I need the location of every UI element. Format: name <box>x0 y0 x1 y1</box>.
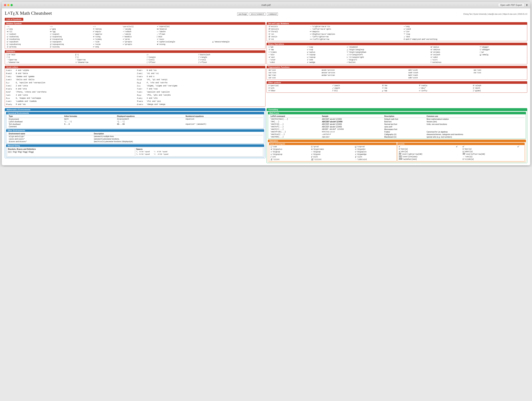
share-icon[interactable]: ⬆ <box>526 4 528 6</box>
table-row: · \cdot ∧ \wedge • \bullet \ \setminus <box>268 61 526 64</box>
operators-body: Sums and Integrals ∑ \sum ∏ \prod ∐ \cop… <box>268 142 526 162</box>
formatting-section: Formatting Math Fonts LaTeX command <box>266 108 527 163</box>
manual-sizing-body: Brackets, Braces and Delimiters (((( ( \… <box>6 147 264 157</box>
table-row: Environment name Description <box>7 132 263 135</box>
table-row: ± \pm ∩ \cap ◇ \diamond ⊕ \oplus † \dagg… <box>268 46 526 48</box>
table-row: ∑ \sum ∏ \prod ∐ \coprod <box>270 145 396 148</box>
document-content: LATEX Math Cheatsheet package environmen… <box>2 8 530 165</box>
table-row: ⊑ \sqsubseteq ⊒ \sqsupseteq ≁ \nsim ∝ \p… <box>6 43 264 46</box>
trig-body: sin \sin arcsin \arcsin sinh \sinh sec \… <box>267 68 527 80</box>
canonical-envs-section: Canonical Environments Type Inline formu… <box>6 112 264 129</box>
math-envs-body: Canonical Environments Type Inline formu… <box>5 111 265 158</box>
trig-section: Trigonometric Functions sin \sin arcsin … <box>266 66 527 80</box>
doc-commands: package environment command <box>237 12 278 16</box>
math-fonts-header: Math Fonts <box>268 112 526 114</box>
sums-table: ∑ \sum ∏ \prod ∐ \coprod ⊕ \bigoplus ⊗ \… <box>270 145 396 161</box>
table-row: Φ,φ,φ\Phi, \phi and \varphi <box>137 94 264 97</box>
table-row: LaTeX shorthand \(...\) \[...\] <box>7 120 263 123</box>
table-row: â \hat{a} ā \bar{a} <box>398 148 524 150</box>
table-row: ⊆ \subseteq ⊇ \supseteq ≅ \cong ⊧ \model… <box>6 36 264 38</box>
math-envs-header: Mathematics Environments <box>5 108 265 111</box>
relation-symbols-body: < < > > = = \parallel ∥ ≁ \nparallel ≤ \… <box>5 25 265 49</box>
table-row: ∓ \mp ∪ \cup △ \bigtriangleup ⊖ \ominus … <box>268 48 526 51</box>
table-row: ⊄ \nsubseteq ⊅ \nsupseteq ≃ \simeq ≺ \pr… <box>6 38 264 41</box>
table-row: LaTeX command Sample Description Common … <box>269 115 525 118</box>
list-of-symbols-label: List of Symbols <box>5 18 527 21</box>
table-row: A and αA and \alpha <box>6 69 133 72</box>
table-row: Δ and δ\Delta and \delta <box>6 78 133 81</box>
table-row: Υ and υ\Upsilon and \upsilon <box>137 91 264 94</box>
doc-title: LATEX Math Cheatsheet <box>5 11 52 16</box>
table-row: \; 5/18 \quad \! -3/18 \quad <box>136 153 262 156</box>
table-row: ∋ \ni ⟺ \Leftrightarrow ∅ and ∅ \emptyse… <box>268 38 526 41</box>
manual-sizing-section: Manual Sizing Brackets, Braces and Delim… <box>6 144 264 157</box>
table-row: TeX shorthand $...$ $$...$$ equation* (a… <box>7 123 263 125</box>
table-row: B and βB and \beta <box>6 72 133 75</box>
math-envs-section: Mathematics Environments Canonical Envir… <box>5 108 266 158</box>
doc-author: Cheng Tan | Kyoto University | etan@c-ta… <box>463 13 527 15</box>
table-row: T and τT and \tau <box>137 87 264 91</box>
window: math.pdf Open with PDF Expert ⬆ LATEX Ma… <box>2 2 530 165</box>
relation-symbols-section: Relation Symbols < < > > = = \parallel ∥… <box>5 22 266 49</box>
table-row: Γ and γ\Gamma and \gamma <box>6 75 133 78</box>
maximize-button[interactable] <box>11 4 13 6</box>
table-row: ℏ \hbar ℓ \ell ℘ \wp ∞ \infty ℷ \gimel <box>268 89 526 92</box>
table-row: align and align* (amsmath) multiple line… <box>7 135 263 138</box>
command-cmd: command <box>267 12 278 16</box>
table-row: ⊕ \bigoplus ⊗ \bigotimes ⊙ \bigodot <box>270 148 396 150</box>
canonical-envs-body: Type Inline formulas Displayed equations… <box>6 114 264 128</box>
formatting-body: Math Fonts LaTeX command Sample Descript… <box>267 111 527 163</box>
accents-header: Accents <box>398 143 525 145</box>
other-envs-section: Other Environments Environment name Desc… <box>6 129 264 144</box>
table-row: H and ηH and \eta <box>6 87 133 91</box>
delimiters-header: Delimiters <box>5 50 265 53</box>
brackets-body: (((( ( \big( \Big( \bigg( \Bigg( <box>8 150 134 153</box>
relation-symbols-header: Relation Symbols <box>5 22 265 25</box>
table-row: \bm{...} ABCDEF abcdef 123456 Bold font … <box>269 120 525 123</box>
table-row: Ψ and ψ\Psi and \psi <box>137 100 264 103</box>
table-row: cos \cos arccos \arccos cosh \cosh csc \… <box>268 71 526 74</box>
table-row: K,κ,κK, \kappa and \varkappa <box>6 97 133 100</box>
table-row: ⋆ \star ∨ \vee ○ \bigcirc ∘ \circ <box>268 59 526 61</box>
table-row: ∗ \ast ⊔ \sqcup ▷ \triangleright ⊙ \odot <box>268 56 526 59</box>
table-row: ⊂ \subset ⊃ \supset ≈ \approx ⌣ \smile ⌢… <box>6 33 264 36</box>
table-row: ð \eth ȷ \jmath ℑ \Im □ \Box* ℶ \beth <box>268 87 526 89</box>
open-with-button[interactable]: Open with PDF Expert <box>498 3 524 7</box>
table-row: P,ρ,ϱP, \rho and \varrho <box>137 81 264 84</box>
table-row: ∀ \forall ↦ \mapsto ∨ \lor <box>268 30 526 33</box>
greek-col-right: N and νN and \nu Ξ and ξ\Xi and \xi O an… <box>137 69 264 106</box>
relation-table: < < > > = = \parallel ∥ ≁ \nparallel ≤ \… <box>6 25 264 48</box>
table-row: ≪ \ll ≫ \gg ≡ \equiv ⊣ \vdash — \dashv <box>6 30 264 33</box>
minimize-button[interactable] <box>7 4 9 6</box>
binary-ops-section: Binary Operations ± \pm ∩ \cap ◇ \diamon… <box>266 43 527 64</box>
table-row: Type Inline formulas Displayed equations… <box>7 115 263 118</box>
doc-header: LATEX Math Cheatsheet package environmen… <box>5 11 527 16</box>
manual-sizing-header: Manual Sizing <box>6 144 264 147</box>
accents-table: a' a' a'' a'' â \hat{a} ā <box>398 145 524 160</box>
greek-letters-body: A and αA and \alpha B and βB and \beta Γ… <box>5 68 265 106</box>
table-row: { \{ } \} ⟨ \langle ⟩ \rangle <box>6 56 264 59</box>
binary-ops-body: ± \pm ∩ \cap ◇ \diamond ⊕ \oplus † \dagg… <box>267 45 527 64</box>
table-row: | | or \mid ‖ \| / / \ \backslash <box>6 53 264 56</box>
table-row: ∄ \nexists ← \leftarrow or \gets ∧ \land <box>268 28 526 30</box>
other-envs-body: Environment name Description align and a… <box>6 132 264 143</box>
formatting-col: Formatting Math Fonts LaTeX command <box>266 108 527 163</box>
math-fonts-body: LaTeX command Sample Description Common … <box>268 114 526 139</box>
table-row: ȧ \dot{a} ä \ddot{a} <box>398 150 524 153</box>
other-symbols-section: Other symbols ∂ \partial ı \imath ℜ \Re … <box>266 81 527 93</box>
table-row: N and νN and \nu <box>137 69 264 72</box>
delimiters-body: | | or \mid ‖ \| / / \ \backslash { \{ }… <box>5 53 265 64</box>
table-row: ∃ \exists → \rightarrow or \to ¬ \neg <box>268 25 526 28</box>
formatting-header: Formatting <box>267 108 527 111</box>
table-row: sin \sin arcsin \arcsin sinh \sinh sec \… <box>268 69 526 71</box>
spaces-header: Spaces <box>136 148 262 150</box>
table-row: E,ε,εE, \epsilon and \varepsilon <box>6 81 133 84</box>
table-row: \mathbb{...} 𝔸𝔹ℂ𝔻𝔼𝔽 Blackboard (U) speci… <box>269 136 525 138</box>
greek-col-left: A and αA and \alpha B and βB and \beta Γ… <box>6 69 133 106</box>
set-logic-table: ∃ \exists → \rightarrow or \to ¬ \neg ∄ … <box>268 25 526 41</box>
close-button[interactable] <box>4 4 6 6</box>
other-symbols-table: ∂ \partial ı \imath ℜ \Re ∇ \nabla ℵ \al… <box>268 84 526 92</box>
table-row: M and μM and \mu <box>6 103 133 106</box>
table-row: \mathtt{...} ABCDEF abcdef 123456 Monosp… <box>269 128 525 130</box>
table-row: AB \overrightarrow{AB} AB \overleftarrow… <box>398 153 524 155</box>
